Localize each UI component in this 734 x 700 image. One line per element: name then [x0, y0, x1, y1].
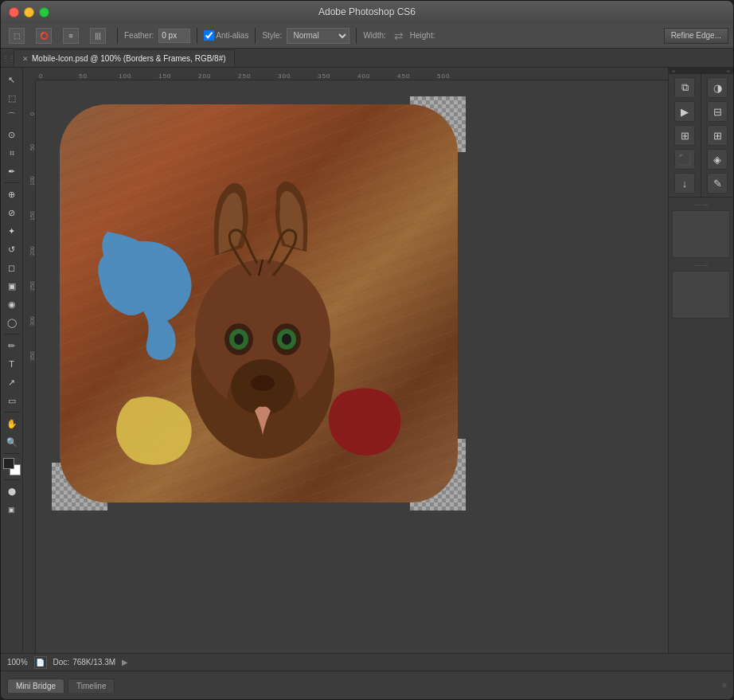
- refine-edge-button[interactable]: Refine Edge...: [664, 28, 728, 44]
- tool-eraser[interactable]: ◻: [3, 259, 21, 276]
- tool-move[interactable]: ↖: [3, 71, 21, 88]
- tool-quick-select[interactable]: ⊙: [3, 126, 21, 143]
- ellipse-icon: ⭕: [36, 28, 52, 44]
- panel-section-2: [672, 271, 730, 319]
- artwork-svg: [60, 104, 458, 503]
- canvas-artwork: [52, 96, 466, 510]
- maximize-button[interactable]: [39, 7, 49, 18]
- canvas-scroll-area[interactable]: 0 50 100 150 200 250 300 350: [23, 80, 668, 653]
- tool-sep5: [4, 479, 20, 480]
- panel-icon-history[interactable]: ↓: [674, 173, 695, 194]
- tool-crop[interactable]: ⌗: [3, 144, 21, 162]
- tab-mini-bridge[interactable]: Mini Bridge: [7, 678, 64, 693]
- toolbar-marquee-ellipse[interactable]: ⭕: [33, 26, 57, 45]
- panel-icon-styles[interactable]: ⊞: [674, 125, 695, 146]
- tool-type[interactable]: T: [3, 355, 21, 373]
- tool-hand[interactable]: ✋: [3, 415, 21, 432]
- status-info-icon[interactable]: 📄: [34, 656, 47, 669]
- height-label: Height:: [410, 31, 435, 40]
- marquee-icon: ⬚: [9, 28, 25, 44]
- panel-icon-patterns[interactable]: ◈: [707, 149, 728, 170]
- ruler-row: 0 50 100 150 200 250 300 350 400 450 500: [23, 68, 668, 80]
- svg-point-6: [234, 334, 244, 345]
- tool-sep3: [4, 412, 20, 413]
- panel-col-1: ⧉ ▶ ⊞ ⬛ ↓: [669, 74, 701, 197]
- tab-bar: ⋮⋮ ✕ Mobile-Icon.psd @ 100% (Borders & F…: [1, 49, 733, 68]
- tab-close-icon[interactable]: ✕: [22, 55, 29, 63]
- sep2: [197, 28, 197, 44]
- bottom-panel: Mini Bridge Timeline ≡: [1, 671, 733, 699]
- photoshop-window: Adobe Photoshop CS6 ⬚ ⭕ ≡ ||| Feather: A…: [0, 0, 734, 700]
- toolbar-row-select[interactable]: ≡: [60, 26, 84, 45]
- tool-history-brush[interactable]: ↺: [3, 241, 21, 258]
- window-controls: [9, 7, 49, 18]
- status-arrow[interactable]: ▶: [122, 658, 128, 667]
- tab-title: Mobile-Icon.psd @ 100% (Borders & Frames…: [32, 54, 226, 63]
- app-title: Adobe Photoshop CS6: [318, 6, 416, 18]
- feather-input[interactable]: [158, 29, 190, 43]
- panel-icon-gradients[interactable]: ⊞: [707, 125, 728, 146]
- sep4: [356, 28, 357, 44]
- antiAlias-checkbox[interactable]: [204, 30, 214, 41]
- toolbar-col-select[interactable]: |||: [87, 26, 111, 45]
- toolbar-marquee-rect[interactable]: ⬚: [6, 26, 29, 45]
- svg-point-9: [282, 334, 291, 345]
- ruler-v-ticks: 0 50 100 150 200 250 300 350: [29, 84, 35, 361]
- panel-icon-color[interactable]: ◑: [707, 77, 728, 98]
- panel-section-1: [672, 210, 730, 258]
- style-label: Style:: [262, 31, 282, 40]
- tool-lasso[interactable]: ⌒: [3, 108, 21, 125]
- right-panels: « « ⧉ ▶ ⊞ ⬛ ↓ ◑ ⊟ ⊞ ◈ ✎: [668, 68, 733, 653]
- main-area: ↖ ⬚ ⌒ ⊙ ⌗ ✒ ⊕ ⊘ ✦ ↺ ◻ ▣ ◉ ◯ ✏ T ↗ ▭ ✋ 🔍: [1, 68, 733, 653]
- style-select[interactable]: Normal Fixed Ratio Fixed Size: [287, 28, 349, 44]
- width-label: Width:: [363, 31, 385, 40]
- sep3: [255, 28, 256, 44]
- tool-brush[interactable]: ⊘: [3, 204, 21, 221]
- panel-icon-adjustments[interactable]: ▶: [674, 101, 695, 122]
- tab-timeline[interactable]: Timeline: [68, 678, 115, 693]
- tool-mask[interactable]: ⬤: [3, 483, 21, 500]
- sep1: [117, 28, 118, 44]
- tool-marquee[interactable]: ⬚: [3, 89, 21, 107]
- tool-screen-mode[interactable]: ▣: [3, 501, 21, 518]
- tool-shape[interactable]: ▭: [3, 392, 21, 409]
- tool-zoom[interactable]: 🔍: [3, 433, 21, 451]
- bottom-panel-options[interactable]: ≡: [722, 681, 727, 690]
- panel-drag-2: — —: [672, 261, 730, 268]
- canvas-area: 0 50 100 150 200 250 300 350 400 450 500: [23, 68, 668, 653]
- panel-icon-channels[interactable]: ⬛: [674, 149, 695, 170]
- doc-info: Doc: 768K/13.3M: [53, 658, 116, 667]
- feather-label: Feather:: [124, 31, 154, 40]
- swap-icon[interactable]: ⇄: [394, 29, 404, 42]
- right-panel-bottom: — — — —: [669, 197, 733, 653]
- panel-icon-layers[interactable]: ⧉: [674, 77, 695, 98]
- title-bar: Adobe Photoshop CS6: [1, 1, 733, 23]
- tool-clone[interactable]: ✦: [3, 222, 21, 240]
- canvas-viewport[interactable]: [36, 80, 668, 653]
- color-boxes[interactable]: [3, 458, 21, 475]
- right-panel-top: ⧉ ▶ ⊞ ⬛ ↓ ◑ ⊟ ⊞ ◈ ✎: [669, 74, 733, 197]
- row-icon: ≡: [63, 28, 79, 44]
- tool-sep2: [4, 334, 20, 334]
- document-tab[interactable]: ✕ Mobile-Icon.psd @ 100% (Borders & Fram…: [14, 49, 235, 67]
- panel-collapse-bar: « «: [669, 68, 733, 74]
- left-toolbar: ↖ ⬚ ⌒ ⊙ ⌗ ✒ ⊕ ⊘ ✦ ↺ ◻ ▣ ◉ ◯ ✏ T ↗ ▭ ✋ 🔍: [1, 68, 23, 653]
- antiAlias-label[interactable]: Anti-alias: [204, 30, 248, 41]
- tool-healing[interactable]: ⊕: [3, 186, 21, 203]
- tool-blur[interactable]: ◉: [3, 295, 21, 313]
- zoom-level: 100%: [7, 658, 28, 667]
- tool-gradient[interactable]: ▣: [3, 277, 21, 295]
- options-toolbar: ⬚ ⭕ ≡ ||| Feather: Anti-alias Style: Nor…: [1, 23, 733, 49]
- tool-dodge[interactable]: ◯: [3, 314, 21, 331]
- tool-sep4: [4, 453, 20, 454]
- panel-icon-swatches[interactable]: ⊟: [707, 101, 728, 122]
- panel-icon-brushes[interactable]: ✎: [707, 173, 728, 194]
- close-button[interactable]: [9, 7, 19, 18]
- tool-eyedropper[interactable]: ✒: [3, 162, 21, 180]
- tool-pen[interactable]: ✏: [3, 337, 21, 354]
- foreground-color[interactable]: [3, 458, 14, 469]
- ruler-h-ticks: 0 50 100 150 200 250 300 350 400 450 500: [36, 68, 477, 80]
- tool-path-select[interactable]: ↗: [3, 373, 21, 391]
- minimize-button[interactable]: [24, 7, 34, 18]
- horizontal-ruler: 0 50 100 150 200 250 300 350 400 450 500: [36, 68, 668, 80]
